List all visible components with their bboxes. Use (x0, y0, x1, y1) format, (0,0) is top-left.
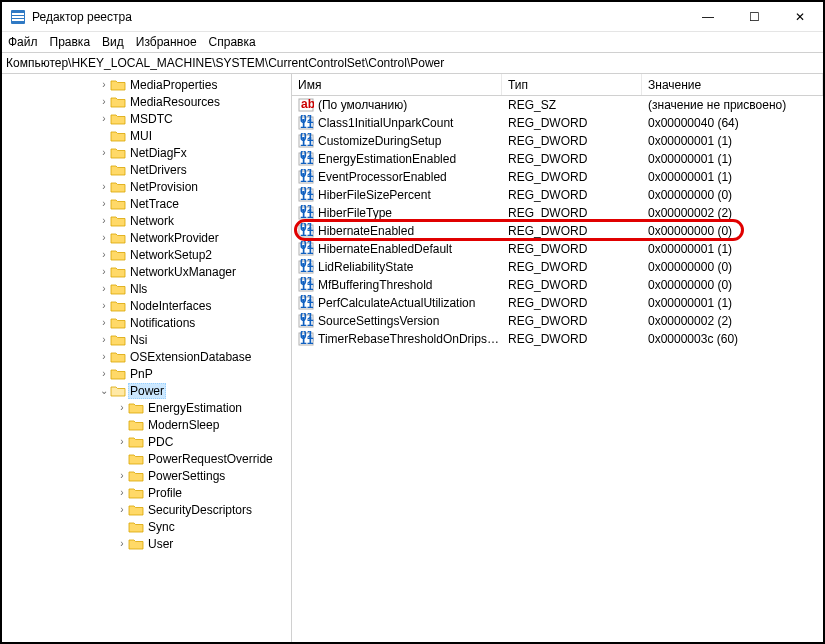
tree-node[interactable]: ›PDC (2, 433, 291, 450)
menu-favorites[interactable]: Избранное (136, 35, 197, 49)
menu-help[interactable]: Справка (209, 35, 256, 49)
tree-node[interactable]: ›Nls (2, 280, 291, 297)
value-data: 0x00000001 (1) (642, 152, 823, 166)
collapse-icon[interactable]: ⌄ (98, 386, 110, 396)
tree-node[interactable]: ModernSleep (2, 416, 291, 433)
maximize-button[interactable]: ☐ (731, 2, 777, 32)
expand-icon[interactable]: › (98, 284, 110, 294)
list-row[interactable]: ab(По умолчанию)REG_SZ(значение не присв… (292, 96, 823, 114)
folder-icon (128, 401, 144, 415)
tree-node[interactable]: ›NetworkSetup2 (2, 246, 291, 263)
minimize-button[interactable]: — (685, 2, 731, 32)
tree-node[interactable]: ›NetDiagFx (2, 144, 291, 161)
tree-node[interactable]: ›User (2, 535, 291, 552)
tree-node[interactable]: ›EnergyEstimation (2, 399, 291, 416)
menu-view[interactable]: Вид (102, 35, 124, 49)
tree-node[interactable]: PowerRequestOverride (2, 450, 291, 467)
list-row[interactable]: 011110LidReliabilityStateREG_DWORD0x0000… (292, 258, 823, 276)
col-type[interactable]: Тип (502, 74, 642, 95)
list-row[interactable]: 011110HiberFileSizePercentREG_DWORD0x000… (292, 186, 823, 204)
value-type: REG_DWORD (502, 134, 642, 148)
value-name: MfBufferingThreshold (318, 278, 502, 292)
binary-value-icon: 011110 (298, 151, 314, 167)
expand-icon[interactable]: › (98, 182, 110, 192)
expand-icon[interactable]: › (98, 250, 110, 260)
value-name: PerfCalculateActualUtilization (318, 296, 502, 310)
menu-file[interactable]: Файл (8, 35, 38, 49)
tree-node[interactable]: ›PnP (2, 365, 291, 382)
folder-icon (110, 282, 126, 296)
app-icon (10, 9, 26, 25)
tree-node[interactable]: ›NodeInterfaces (2, 297, 291, 314)
expand-icon[interactable]: › (116, 437, 128, 447)
expand-icon[interactable]: › (98, 318, 110, 328)
list-row[interactable]: 011110HibernateEnabledDefaultREG_DWORD0x… (292, 240, 823, 258)
expand-icon[interactable]: › (98, 301, 110, 311)
tree-node[interactable]: ›NetTrace (2, 195, 291, 212)
expand-icon[interactable]: › (98, 352, 110, 362)
expand-icon[interactable]: › (98, 267, 110, 277)
expand-icon[interactable]: › (98, 148, 110, 158)
list-row[interactable]: 011110Class1InitialUnparkCountREG_DWORD0… (292, 114, 823, 132)
close-button[interactable]: ✕ (777, 2, 823, 32)
folder-icon (110, 248, 126, 262)
tree-node-label: Notifications (128, 316, 197, 330)
tree-node[interactable]: ›Nsi (2, 331, 291, 348)
address-bar[interactable]: Компьютер\HKEY_LOCAL_MACHINE\SYSTEM\Curr… (2, 52, 823, 74)
expand-icon[interactable]: › (98, 114, 110, 124)
tree-node[interactable]: ›Notifications (2, 314, 291, 331)
expand-icon[interactable]: › (98, 335, 110, 345)
list-row[interactable]: 011110HiberFileTypeREG_DWORD0x00000002 (… (292, 204, 823, 222)
list-header: Имя Тип Значение (292, 74, 823, 96)
col-value[interactable]: Значение (642, 74, 823, 95)
tree-node[interactable]: ›PowerSettings (2, 467, 291, 484)
list-pane[interactable]: Имя Тип Значение ab(По умолчанию)REG_SZ(… (292, 74, 823, 642)
tree-node-label: PowerRequestOverride (146, 452, 275, 466)
list-row[interactable]: 011110PerfCalculateActualUtilizationREG_… (292, 294, 823, 312)
list-row[interactable]: 011110CustomizeDuringSetupREG_DWORD0x000… (292, 132, 823, 150)
expand-icon[interactable]: › (116, 505, 128, 515)
value-data: 0x00000040 (64) (642, 116, 823, 130)
tree-node[interactable]: ›NetProvision (2, 178, 291, 195)
value-name: EventProcessorEnabled (318, 170, 502, 184)
tree-node[interactable]: ›SecurityDescriptors (2, 501, 291, 518)
expand-icon[interactable]: › (98, 216, 110, 226)
tree-pane[interactable]: ›MediaProperties›MediaResources›MSDTCMUI… (2, 74, 292, 642)
list-row[interactable]: 011110EventProcessorEnabledREG_DWORD0x00… (292, 168, 823, 186)
list-row[interactable]: 011110MfBufferingThresholdREG_DWORD0x000… (292, 276, 823, 294)
tree-node[interactable]: ›OSExtensionDatabase (2, 348, 291, 365)
tree-node[interactable]: ›MediaProperties (2, 76, 291, 93)
list-row[interactable]: 011110EnergyEstimationEnabledREG_DWORD0x… (292, 150, 823, 168)
tree-node[interactable]: ›NetworkUxManager (2, 263, 291, 280)
list-row[interactable]: 011110SourceSettingsVersionREG_DWORD0x00… (292, 312, 823, 330)
list-row[interactable]: 011110HibernateEnabledREG_DWORD0x0000000… (292, 222, 823, 240)
tree-node[interactable]: ›Profile (2, 484, 291, 501)
tree-node[interactable]: ›MediaResources (2, 93, 291, 110)
tree-node[interactable]: Sync (2, 518, 291, 535)
binary-value-icon: 011110 (298, 277, 314, 293)
expand-icon[interactable]: › (116, 471, 128, 481)
expand-icon[interactable]: › (116, 488, 128, 498)
tree-node[interactable]: NetDrivers (2, 161, 291, 178)
expand-icon[interactable]: › (98, 369, 110, 379)
col-name[interactable]: Имя (292, 74, 502, 95)
expand-icon[interactable]: › (116, 539, 128, 549)
tree-node[interactable]: ›Network (2, 212, 291, 229)
folder-icon (128, 435, 144, 449)
value-data: 0x00000000 (0) (642, 278, 823, 292)
expand-icon[interactable]: › (98, 97, 110, 107)
svg-text:110: 110 (300, 225, 314, 239)
expand-icon[interactable]: › (98, 199, 110, 209)
menu-edit[interactable]: Правка (50, 35, 91, 49)
binary-value-icon: 011110 (298, 133, 314, 149)
expand-icon[interactable]: › (98, 80, 110, 90)
tree-node[interactable]: ›MSDTC (2, 110, 291, 127)
expand-icon[interactable]: › (98, 233, 110, 243)
list-row[interactable]: 011110TimerRebaseThresholdOnDripsExitREG… (292, 330, 823, 348)
tree-node[interactable]: ›NetworkProvider (2, 229, 291, 246)
tree-node[interactable]: MUI (2, 127, 291, 144)
value-name: EnergyEstimationEnabled (318, 152, 502, 166)
value-name: LidReliabilityState (318, 260, 502, 274)
tree-node[interactable]: ⌄Power (2, 382, 291, 399)
expand-icon[interactable]: › (116, 403, 128, 413)
